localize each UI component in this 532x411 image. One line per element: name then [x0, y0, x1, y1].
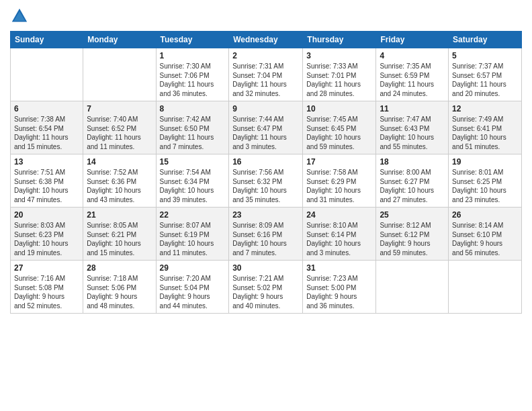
calendar-cell: 2Sunrise: 7:31 AMSunset: 7:04 PMDaylight…	[229, 48, 303, 101]
day-header-saturday: Saturday	[449, 32, 522, 48]
day-content: Sunrise: 7:56 AMSunset: 6:32 PMDaylight:…	[232, 168, 299, 204]
day-content: Sunrise: 7:47 AMSunset: 6:43 PMDaylight:…	[380, 115, 445, 151]
day-header-tuesday: Tuesday	[156, 32, 229, 48]
calendar-cell: 31Sunrise: 7:23 AMSunset: 5:00 PMDayligh…	[303, 261, 376, 314]
day-content: Sunrise: 7:18 AMSunset: 5:06 PMDaylight:…	[87, 274, 152, 310]
calendar-cell: 9Sunrise: 7:44 AMSunset: 6:47 PMDaylight…	[229, 101, 303, 154]
calendar-cell	[376, 261, 449, 314]
calendar-cell: 26Sunrise: 8:14 AMSunset: 6:10 PMDayligh…	[449, 208, 522, 261]
day-header-wednesday: Wednesday	[229, 32, 303, 48]
day-number: 4	[380, 51, 445, 60]
day-number: 23	[232, 210, 299, 220]
day-header-friday: Friday	[376, 32, 449, 48]
day-header-monday: Monday	[83, 32, 156, 48]
calendar-cell: 4Sunrise: 7:35 AMSunset: 6:59 PMDaylight…	[376, 48, 449, 101]
calendar-cell: 5Sunrise: 7:37 AMSunset: 6:57 PMDaylight…	[449, 48, 522, 101]
day-number: 11	[380, 104, 445, 113]
calendar-cell: 24Sunrise: 8:10 AMSunset: 6:14 PMDayligh…	[303, 208, 376, 261]
calendar-cell: 3Sunrise: 7:33 AMSunset: 7:01 PMDaylight…	[303, 48, 376, 101]
day-number: 6	[14, 104, 79, 113]
calendar-cell: 12Sunrise: 7:49 AMSunset: 6:41 PMDayligh…	[449, 101, 522, 154]
calendar-cell: 16Sunrise: 7:56 AMSunset: 6:32 PMDayligh…	[229, 154, 303, 208]
day-content: Sunrise: 7:16 AMSunset: 5:08 PMDaylight:…	[14, 274, 79, 310]
day-content: Sunrise: 8:01 AMSunset: 6:25 PMDaylight:…	[452, 168, 518, 204]
day-number: 3	[306, 51, 372, 60]
day-content: Sunrise: 7:20 AMSunset: 5:04 PMDaylight:…	[160, 274, 226, 310]
page-header	[10, 7, 522, 26]
day-number: 7	[87, 104, 152, 113]
day-content: Sunrise: 7:42 AMSunset: 6:50 PMDaylight:…	[160, 115, 226, 151]
day-content: Sunrise: 7:35 AMSunset: 6:59 PMDaylight:…	[380, 62, 445, 98]
calendar-week-1: 1Sunrise: 7:30 AMSunset: 7:06 PMDaylight…	[11, 48, 522, 101]
calendar-cell	[83, 48, 156, 101]
day-number: 15	[160, 157, 226, 167]
calendar-cell: 22Sunrise: 8:07 AMSunset: 6:19 PMDayligh…	[156, 208, 229, 261]
day-content: Sunrise: 7:37 AMSunset: 6:57 PMDaylight:…	[452, 62, 518, 98]
day-content: Sunrise: 8:12 AMSunset: 6:12 PMDaylight:…	[380, 221, 445, 257]
calendar-cell: 25Sunrise: 8:12 AMSunset: 6:12 PMDayligh…	[376, 208, 449, 261]
logo-icon	[10, 7, 29, 26]
day-content: Sunrise: 7:23 AMSunset: 5:00 PMDaylight:…	[306, 274, 372, 310]
calendar-cell: 7Sunrise: 7:40 AMSunset: 6:52 PMDaylight…	[83, 101, 156, 154]
day-number: 18	[380, 157, 445, 167]
calendar-cell: 20Sunrise: 8:03 AMSunset: 6:23 PMDayligh…	[11, 208, 83, 261]
calendar-cell: 19Sunrise: 8:01 AMSunset: 6:25 PMDayligh…	[449, 154, 522, 208]
day-content: Sunrise: 7:49 AMSunset: 6:41 PMDaylight:…	[452, 115, 518, 151]
day-number: 27	[14, 263, 79, 273]
calendar-header-row: SundayMondayTuesdayWednesdayThursdayFrid…	[11, 32, 522, 48]
day-content: Sunrise: 7:30 AMSunset: 7:06 PMDaylight:…	[160, 62, 226, 98]
calendar-cell	[449, 261, 522, 314]
day-number: 9	[232, 104, 299, 113]
day-content: Sunrise: 8:03 AMSunset: 6:23 PMDaylight:…	[14, 221, 79, 257]
day-number: 10	[306, 104, 372, 113]
day-content: Sunrise: 8:14 AMSunset: 6:10 PMDaylight:…	[452, 221, 518, 257]
day-number: 21	[87, 210, 152, 220]
calendar-cell: 8Sunrise: 7:42 AMSunset: 6:50 PMDaylight…	[156, 101, 229, 154]
day-content: Sunrise: 7:54 AMSunset: 6:34 PMDaylight:…	[160, 168, 226, 204]
calendar-cell: 13Sunrise: 7:51 AMSunset: 6:38 PMDayligh…	[11, 154, 83, 208]
calendar-cell: 27Sunrise: 7:16 AMSunset: 5:08 PMDayligh…	[11, 261, 83, 314]
day-number: 8	[160, 104, 226, 113]
calendar-cell: 6Sunrise: 7:38 AMSunset: 6:54 PMDaylight…	[11, 101, 83, 154]
day-content: Sunrise: 8:09 AMSunset: 6:16 PMDaylight:…	[232, 221, 299, 257]
day-content: Sunrise: 7:44 AMSunset: 6:47 PMDaylight:…	[232, 115, 299, 151]
calendar-cell: 21Sunrise: 8:05 AMSunset: 6:21 PMDayligh…	[83, 208, 156, 261]
calendar-week-5: 27Sunrise: 7:16 AMSunset: 5:08 PMDayligh…	[11, 261, 522, 314]
calendar-cell: 10Sunrise: 7:45 AMSunset: 6:45 PMDayligh…	[303, 101, 376, 154]
day-content: Sunrise: 8:00 AMSunset: 6:27 PMDaylight:…	[380, 168, 445, 204]
day-header-sunday: Sunday	[11, 32, 83, 48]
day-number: 29	[160, 263, 226, 273]
day-number: 20	[14, 210, 79, 220]
day-content: Sunrise: 7:40 AMSunset: 6:52 PMDaylight:…	[87, 115, 152, 151]
day-number: 31	[306, 263, 372, 273]
day-number: 2	[232, 51, 299, 60]
day-content: Sunrise: 7:52 AMSunset: 6:36 PMDaylight:…	[87, 168, 152, 204]
day-number: 25	[380, 210, 445, 220]
calendar-cell: 15Sunrise: 7:54 AMSunset: 6:34 PMDayligh…	[156, 154, 229, 208]
day-number: 28	[87, 263, 152, 273]
day-content: Sunrise: 8:05 AMSunset: 6:21 PMDaylight:…	[87, 221, 152, 257]
day-number: 24	[306, 210, 372, 220]
day-number: 17	[306, 157, 372, 167]
day-number: 30	[232, 263, 299, 273]
calendar-cell: 11Sunrise: 7:47 AMSunset: 6:43 PMDayligh…	[376, 101, 449, 154]
day-number: 5	[452, 51, 518, 60]
calendar-table: SundayMondayTuesdayWednesdayThursdayFrid…	[10, 31, 522, 314]
day-content: Sunrise: 7:51 AMSunset: 6:38 PMDaylight:…	[14, 168, 79, 204]
day-header-thursday: Thursday	[303, 32, 376, 48]
calendar-cell: 29Sunrise: 7:20 AMSunset: 5:04 PMDayligh…	[156, 261, 229, 314]
day-content: Sunrise: 8:10 AMSunset: 6:14 PMDaylight:…	[306, 221, 372, 257]
day-number: 19	[452, 157, 518, 167]
calendar-cell: 14Sunrise: 7:52 AMSunset: 6:36 PMDayligh…	[83, 154, 156, 208]
day-number: 1	[160, 51, 226, 60]
calendar-cell: 23Sunrise: 8:09 AMSunset: 6:16 PMDayligh…	[229, 208, 303, 261]
day-number: 14	[87, 157, 152, 167]
day-number: 13	[14, 157, 79, 167]
day-content: Sunrise: 7:31 AMSunset: 7:04 PMDaylight:…	[232, 62, 299, 98]
day-content: Sunrise: 7:58 AMSunset: 6:29 PMDaylight:…	[306, 168, 372, 204]
day-number: 12	[452, 104, 518, 113]
day-number: 26	[452, 210, 518, 220]
calendar-cell: 1Sunrise: 7:30 AMSunset: 7:06 PMDaylight…	[156, 48, 229, 101]
logo	[10, 7, 30, 26]
calendar-cell	[11, 48, 83, 101]
